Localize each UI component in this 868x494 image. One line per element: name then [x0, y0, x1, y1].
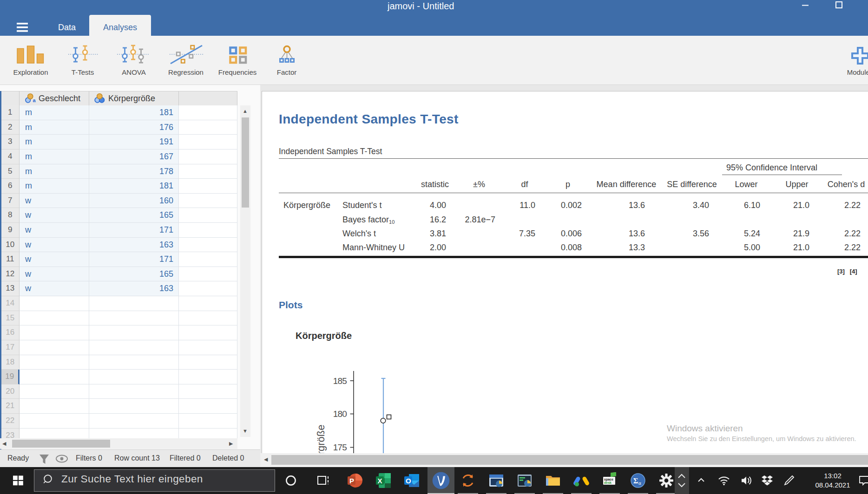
svg-text:desk: desk — [604, 481, 612, 484]
svg-text:O: O — [406, 477, 411, 485]
svg-text:P: P — [349, 477, 354, 485]
svg-text:X: X — [378, 477, 382, 485]
svg-text:a: a — [33, 98, 36, 103]
svg-text:Σ: Σ — [633, 477, 638, 485]
svg-text:α: α — [638, 480, 641, 486]
